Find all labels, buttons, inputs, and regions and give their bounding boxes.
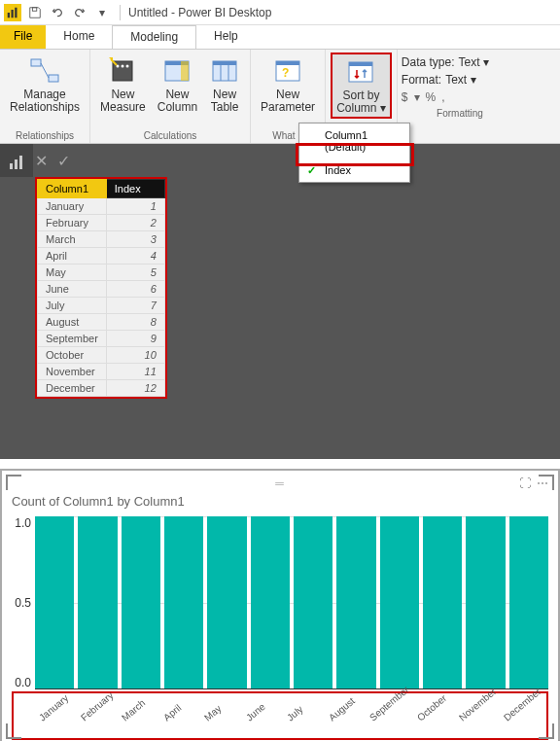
- table-row[interactable]: March3: [38, 231, 165, 248]
- save-icon[interactable]: [25, 3, 45, 22]
- resize-handle[interactable]: [539, 475, 554, 490]
- bar[interactable]: [336, 516, 375, 688]
- table-row[interactable]: December12: [38, 380, 165, 397]
- svg-rect-3: [32, 7, 36, 11]
- cell-index[interactable]: 1: [106, 198, 164, 215]
- cancel-icon[interactable]: ✕: [35, 152, 48, 170]
- cell-index[interactable]: 11: [106, 364, 164, 380]
- cell-month[interactable]: March: [38, 231, 107, 248]
- cell-month[interactable]: July: [38, 298, 107, 314]
- table-row[interactable]: August8: [38, 314, 165, 331]
- svg-rect-14: [213, 61, 236, 65]
- new-column-button[interactable]: New Column: [154, 53, 201, 116]
- resize-handle[interactable]: [6, 723, 21, 739]
- manage-relationships-button[interactable]: Manage Relationships: [6, 53, 84, 116]
- new-parameter-label: New Parameter: [261, 88, 315, 114]
- svg-point-8: [122, 65, 124, 68]
- table-row[interactable]: October10: [38, 347, 165, 364]
- sort-menu-item-column1[interactable]: Column1 (Default): [299, 124, 409, 159]
- cell-month[interactable]: December: [38, 380, 107, 397]
- table-row[interactable]: July7: [38, 298, 165, 314]
- cell-month[interactable]: January: [38, 198, 107, 215]
- resize-handle[interactable]: [6, 475, 21, 490]
- table-row[interactable]: September9: [38, 331, 165, 347]
- cell-index[interactable]: 3: [106, 231, 164, 248]
- new-column-label: New Column: [158, 88, 197, 114]
- data-grid-area: Column1 Index January1February2March3Apr…: [0, 177, 560, 459]
- new-table-button[interactable]: New Table: [205, 53, 244, 116]
- tab-help[interactable]: Help: [196, 25, 256, 49]
- cell-index[interactable]: 7: [106, 298, 164, 314]
- bar[interactable]: [466, 516, 505, 688]
- tab-modeling[interactable]: Modeling: [112, 25, 196, 49]
- cell-month[interactable]: April: [38, 248, 107, 265]
- table-row[interactable]: April4: [38, 248, 165, 265]
- new-measure-button[interactable]: New Measure: [96, 53, 150, 116]
- svg-rect-18: [276, 61, 299, 65]
- cell-index[interactable]: 5: [106, 265, 164, 281]
- cell-month[interactable]: June: [38, 281, 107, 298]
- commit-icon[interactable]: ✓: [57, 152, 70, 170]
- tab-file[interactable]: File: [0, 25, 46, 49]
- column-header-column1[interactable]: Column1: [38, 180, 107, 198]
- datatype-dropdown[interactable]: Text ▾: [459, 55, 489, 69]
- cell-month[interactable]: May: [38, 265, 107, 281]
- cell-index[interactable]: 10: [106, 347, 164, 364]
- cell-month[interactable]: November: [38, 364, 107, 380]
- sort-by-column-menu: Column1 (Default) Index: [298, 123, 410, 183]
- bar[interactable]: [294, 516, 332, 688]
- redo-icon[interactable]: [70, 3, 89, 22]
- cell-index[interactable]: 12: [106, 380, 164, 397]
- sort-menu-item-index[interactable]: Index: [299, 159, 409, 182]
- bar[interactable]: [380, 516, 419, 688]
- datatype-label: Data type:: [402, 55, 455, 69]
- bar[interactable]: [122, 516, 160, 688]
- sort-icon: [345, 56, 376, 88]
- comma-button[interactable]: ,: [441, 90, 444, 104]
- cell-month[interactable]: February: [38, 215, 107, 231]
- bar[interactable]: [35, 516, 74, 688]
- bar[interactable]: [509, 516, 548, 688]
- bar[interactable]: [164, 516, 203, 688]
- table-row[interactable]: February2: [38, 215, 165, 231]
- undo-icon[interactable]: [48, 3, 67, 22]
- cell-index[interactable]: 2: [106, 215, 164, 231]
- format-dropdown[interactable]: Text ▾: [445, 73, 475, 87]
- table-row[interactable]: November11: [38, 364, 165, 380]
- bar[interactable]: [207, 516, 246, 688]
- table-row[interactable]: January1: [38, 198, 165, 215]
- bar[interactable]: [251, 516, 290, 688]
- x-axis: JanuaryFebruaryMarchAprilMayJuneJulyAugu…: [12, 691, 548, 740]
- cell-index[interactable]: 9: [106, 331, 164, 347]
- table-row[interactable]: May5: [38, 265, 165, 281]
- cell-month[interactable]: August: [38, 314, 107, 331]
- cell-month[interactable]: September: [38, 331, 107, 347]
- svg-rect-22: [10, 163, 13, 169]
- column-header-index[interactable]: Index: [106, 180, 164, 198]
- qat-dropdown-icon[interactable]: ▾: [92, 3, 112, 22]
- bar[interactable]: [78, 516, 117, 688]
- sort-by-column-button[interactable]: Sort by Column ▾: [332, 53, 391, 118]
- report-view-button[interactable]: [0, 144, 33, 181]
- new-table-label: New Table: [211, 88, 239, 114]
- format-label: Format:: [402, 73, 441, 87]
- tab-home[interactable]: Home: [46, 25, 112, 49]
- currency-button[interactable]: $: [402, 90, 408, 104]
- svg-rect-1: [12, 10, 14, 18]
- bar[interactable]: [423, 516, 462, 688]
- cell-index[interactable]: 6: [106, 281, 164, 298]
- focus-mode-icon[interactable]: ⛶: [519, 476, 531, 490]
- parameter-icon: ?: [272, 55, 303, 87]
- new-parameter-button[interactable]: ? New Parameter: [257, 53, 319, 116]
- y-tick: 1.0: [15, 516, 31, 530]
- svg-rect-24: [19, 156, 22, 169]
- chart-visual[interactable]: ═ ⛶ ⋯ Count of Column1 by Column1 1.0 0.…: [0, 469, 560, 741]
- chevron-down-icon: ▾: [483, 55, 489, 69]
- table-row[interactable]: June6: [38, 281, 165, 298]
- drag-handle-icon[interactable]: ═: [275, 476, 285, 490]
- cell-month[interactable]: October: [38, 347, 107, 364]
- cell-index[interactable]: 8: [106, 314, 164, 331]
- percent-button[interactable]: %: [426, 90, 437, 104]
- window-title: Untitled - Power BI Desktop: [128, 6, 271, 19]
- cell-index[interactable]: 4: [106, 248, 164, 265]
